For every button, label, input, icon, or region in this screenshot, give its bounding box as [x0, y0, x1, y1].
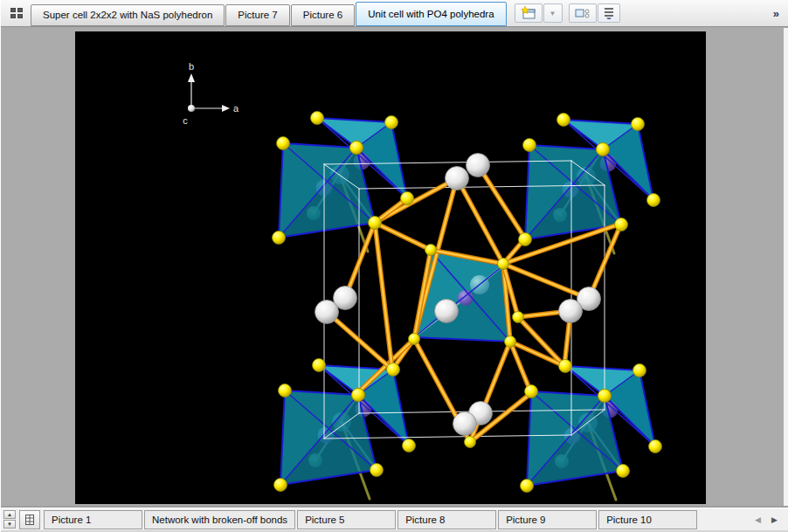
scroll-down-button[interactable]: ▼	[3, 520, 16, 529]
scroll-up-button[interactable]: ▲	[3, 510, 16, 519]
window-options-icon	[575, 7, 591, 19]
new-picture-button[interactable]	[515, 3, 543, 23]
top-tab-0[interactable]: Super cell 2x2x2 with NaS polyhedron	[31, 4, 225, 26]
application-window: Super cell 2x2x2 with NaS polyhedronPict…	[0, 0, 788, 532]
bottom-tab-bar: ▲ ▼ Picture 1Network with broken-off bon…	[1, 508, 788, 532]
bottom-tab-5[interactable]: Picture 10	[598, 510, 697, 529]
picture-grid-button[interactable]	[19, 510, 40, 529]
bottom-tab-3[interactable]: Picture 8	[397, 510, 496, 529]
tile-grid-icon	[10, 8, 23, 18]
tile-windows-button[interactable]	[3, 3, 31, 23]
chevron-down-icon: ▼	[550, 10, 556, 17]
prev-tab-button[interactable]: ◀	[750, 511, 765, 529]
new-picture-icon	[521, 6, 536, 20]
tab-scroll-spinner: ▲ ▼	[3, 510, 16, 529]
top-tabs: Super cell 2x2x2 with NaS polyhedronPict…	[31, 2, 508, 26]
picture-list-button[interactable]	[598, 3, 620, 23]
svg-text:a: a	[233, 103, 239, 114]
svg-text:b: b	[189, 61, 194, 72]
overflow-chevron-button[interactable]: »	[765, 7, 786, 20]
svg-text:c: c	[183, 115, 188, 126]
crystal-structure-viewport[interactable]: bacP+5S-2Na+1	[75, 31, 706, 504]
menu-lines-icon	[604, 7, 614, 19]
tab-nav-arrows: ◀ ▶	[750, 511, 785, 529]
bottom-tab-2[interactable]: Picture 5	[297, 510, 396, 529]
top-tab-1[interactable]: Picture 7	[225, 4, 289, 26]
bottom-tabs: Picture 1Network with broken-off bondsPi…	[44, 510, 697, 529]
top-tab-2[interactable]: Picture 6	[291, 4, 355, 26]
picture-toolbar: ▼	[515, 3, 620, 23]
top-tab-bar: Super cell 2x2x2 with NaS polyhedronPict…	[1, 0, 788, 27]
next-tab-button[interactable]: ▶	[767, 511, 782, 529]
top-tab-3[interactable]: Unit cell with PO4 polyhedra	[356, 2, 506, 26]
axes-widget: bac	[183, 61, 239, 126]
structure-canvas[interactable]: bacP+5S-2Na+1	[75, 31, 706, 504]
bottom-tab-0[interactable]: Picture 1	[44, 510, 142, 529]
picture-options-button[interactable]	[569, 3, 597, 23]
new-picture-dropdown[interactable]: ▼	[543, 3, 563, 23]
bottom-tab-4[interactable]: Picture 9	[498, 510, 597, 529]
right-gutter	[784, 28, 788, 507]
table-grid-icon	[25, 515, 34, 525]
bottom-tab-1[interactable]: Network with broken-off bonds	[144, 510, 295, 529]
